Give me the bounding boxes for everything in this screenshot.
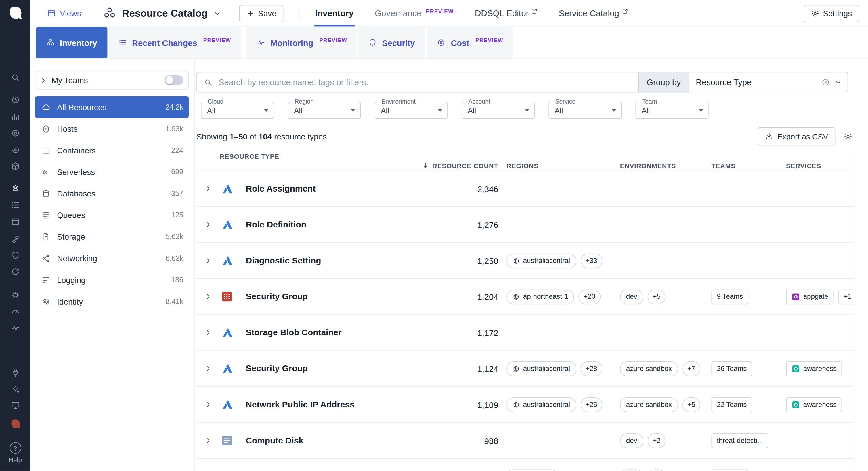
chevron-down-icon[interactable]	[213, 9, 221, 18]
table-row[interactable]: Diagnostic Setting 1,250 australiacentra…	[196, 243, 854, 279]
region-overflow-pill[interactable]: +20	[579, 289, 600, 304]
watchdog-icon[interactable]	[11, 129, 20, 138]
help-label[interactable]: Help	[0, 457, 30, 463]
sidebar-item-serverless[interactable]: Serverless 699	[35, 161, 189, 183]
table-row[interactable]: Compute Disk 988 dev +2 threat-detecti..…	[196, 423, 854, 459]
chevron-right-icon[interactable]	[40, 77, 47, 84]
tab-ddsql-editor[interactable]: DDSQL Editor	[475, 0, 538, 27]
help-icon[interactable]	[9, 442, 21, 454]
service-chip[interactable]: appgate	[786, 289, 834, 304]
datadog-logo[interactable]	[7, 5, 24, 22]
ci-cd-icon[interactable]	[11, 268, 20, 277]
environment-overflow-pill[interactable]: +1	[648, 469, 665, 471]
filter-region[interactable]: Region All	[288, 102, 361, 119]
environment-overflow-pill[interactable]: +7	[682, 361, 700, 376]
tab-cost[interactable]: Cost PREVIEW	[427, 27, 514, 58]
environment-pill[interactable]: dev	[620, 469, 643, 471]
software-delivery-icon[interactable]	[11, 401, 20, 410]
views-button[interactable]: Views	[47, 9, 81, 18]
column-resource-type[interactable]: RESOURCE TYPE	[196, 152, 451, 160]
llm-observability-icon[interactable]	[11, 385, 20, 394]
expand-chevron-icon[interactable]	[196, 293, 221, 301]
bits-ai-icon[interactable]	[9, 418, 21, 431]
environment-pill[interactable]: azure-sandbox	[620, 397, 678, 412]
teams-chip[interactable]: 5 Teams	[711, 469, 748, 471]
tab-governance[interactable]: Governance PREVIEW	[375, 0, 454, 27]
infrastructure-icon[interactable]	[11, 162, 20, 171]
sidebar-item-storage[interactable]: Storage 5.62k	[35, 226, 189, 247]
teams-chip[interactable]: 26 Teams	[711, 361, 752, 376]
sidebar-item-logging[interactable]: Logging 186	[35, 269, 189, 290]
filter-team[interactable]: Team All	[636, 102, 709, 119]
save-button[interactable]: Save	[239, 5, 284, 22]
filter-account[interactable]: Account All	[462, 102, 535, 119]
expand-chevron-icon[interactable]	[196, 365, 221, 372]
table-row[interactable]: Security Group 1,204 ap-northeast-1 +20 …	[196, 279, 854, 315]
error-tracking-icon[interactable]	[11, 290, 20, 300]
teams-chip[interactable]: threat-detecti...	[711, 433, 769, 448]
tab-service-catalog[interactable]: Service Catalog	[559, 0, 628, 27]
region-pill[interactable]: australiacentral	[506, 253, 576, 268]
filter-service[interactable]: Service All	[549, 102, 622, 119]
environment-overflow-pill[interactable]: +5	[682, 397, 700, 412]
table-settings-icon[interactable]	[843, 132, 852, 141]
expand-chevron-icon[interactable]	[196, 329, 221, 337]
slo-icon[interactable]	[11, 307, 20, 316]
tab-inventory[interactable]: Inventory	[36, 27, 107, 58]
teams-chip[interactable]: 9 Teams	[711, 289, 748, 304]
column-resource-count[interactable]: RESOURCE COUNT	[422, 162, 498, 170]
environment-overflow-pill[interactable]: +5	[648, 289, 665, 304]
synthetics-icon[interactable]	[11, 145, 20, 154]
sort-descending-icon[interactable]	[422, 162, 429, 169]
table-row[interactable]: Storage Blob Container 1,172	[196, 315, 854, 351]
teams-chip[interactable]: 22 Teams	[711, 397, 752, 412]
filter-environment[interactable]: Environment All	[375, 102, 448, 119]
monitors-icon[interactable]	[11, 323, 20, 333]
settings-button[interactable]: Settings	[804, 5, 859, 22]
tab-recent-changes[interactable]: Recent Changes PREVIEW	[108, 27, 241, 58]
sidebar-item-containers[interactable]: Containers 224	[35, 139, 189, 161]
table-row[interactable]: Role Assignment 2,346	[196, 171, 854, 207]
search-icon[interactable]	[11, 73, 20, 83]
search-field[interactable]	[196, 72, 639, 92]
column-environments[interactable]: ENVIRONMENTS	[620, 162, 712, 170]
history-icon[interactable]	[11, 95, 20, 105]
region-pill[interactable]: us-east-1	[506, 469, 558, 471]
service-chip[interactable]: awareness	[786, 397, 842, 412]
sidebar-item-identity[interactable]: Identity 8.41k	[35, 290, 189, 312]
region-overflow-pill[interactable]: +33	[581, 253, 602, 268]
environment-pill[interactable]: azure-sandbox	[620, 361, 678, 376]
page-title-group[interactable]: Resource Catalog	[103, 7, 221, 20]
service-overflow-chip[interactable]: +1	[838, 289, 854, 304]
integrations-icon[interactable]	[11, 234, 20, 244]
region-pill[interactable]: australiacentral	[506, 397, 576, 412]
search-input[interactable]	[217, 77, 631, 88]
tab-inventory-top[interactable]: Inventory	[315, 0, 353, 27]
dashboards-icon[interactable]	[11, 217, 20, 226]
api-icon[interactable]	[11, 369, 20, 378]
metrics-icon[interactable]	[11, 112, 20, 121]
table-row[interactable]: IAM Policy 893 us-east-1 dev +1	[196, 459, 854, 471]
expand-chevron-icon[interactable]	[196, 401, 221, 408]
region-pill[interactable]: australiacentral	[506, 361, 576, 376]
filter-cloud[interactable]: Cloud All	[201, 102, 274, 119]
my-teams-toggle[interactable]	[164, 75, 183, 85]
service-chip[interactable]: awareness	[786, 361, 842, 376]
expand-chevron-icon[interactable]	[196, 257, 221, 264]
export-csv-button[interactable]: Export as CSV	[758, 127, 835, 146]
environment-overflow-pill[interactable]: +2	[648, 433, 665, 448]
sidebar-item-hosts[interactable]: Hosts 1.93k	[35, 118, 189, 139]
environment-pill[interactable]: dev	[620, 433, 643, 448]
logs-icon[interactable]	[11, 200, 20, 210]
service-map-icon[interactable]	[11, 184, 20, 193]
tab-monitoring[interactable]: Monitoring PREVIEW	[246, 27, 357, 58]
region-pill[interactable]: ap-northeast-1	[506, 289, 574, 304]
table-row[interactable]: Security Group 1,124 australiacentral +2…	[196, 351, 854, 387]
clear-icon[interactable]	[822, 78, 830, 86]
region-overflow-pill[interactable]: +25	[581, 397, 602, 412]
sidebar-item-networking[interactable]: Networking 6.63k	[35, 247, 189, 269]
group-by-dropdown[interactable]: Resource Type	[689, 72, 848, 92]
column-services[interactable]: SERVICES	[786, 162, 854, 170]
chevron-down-icon[interactable]	[834, 78, 842, 86]
environment-pill[interactable]: dev	[620, 289, 643, 304]
